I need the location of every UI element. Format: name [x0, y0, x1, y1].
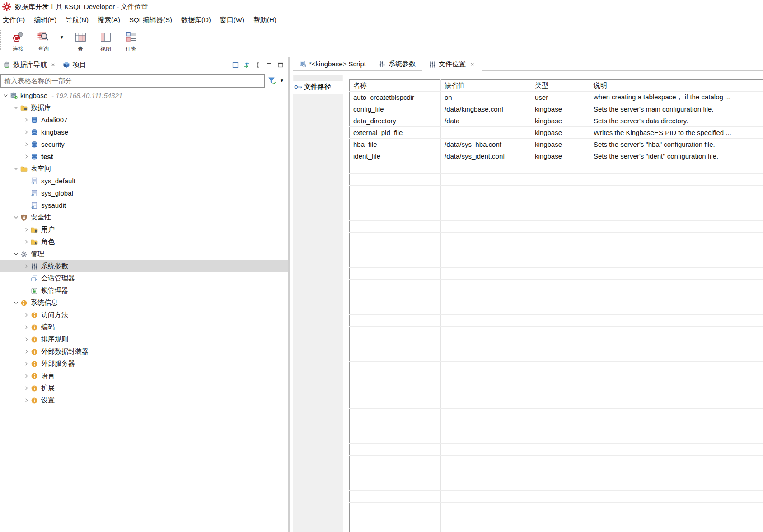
tree-item-外部服务器[interactable]: 外部服务器	[0, 358, 288, 370]
chevron-down-icon[interactable]	[2, 92, 9, 99]
menu-item-4[interactable]: 搜索(A)	[93, 14, 125, 26]
collapse-all-icon[interactable]	[232, 61, 239, 69]
menu-item-7[interactable]: 窗口(W)	[215, 14, 249, 26]
table-empty-row	[350, 503, 763, 514]
tree-item-安全性[interactable]: 安全性	[0, 211, 288, 224]
chevron-right-icon[interactable]	[23, 141, 30, 148]
table-empty-cell	[590, 409, 763, 420]
chevron-right-icon[interactable]	[23, 226, 30, 233]
table-empty-cell	[350, 303, 441, 315]
menu-item-6[interactable]: 数据库(D)	[177, 14, 215, 26]
menu-item-5[interactable]: SQL编辑器(S)	[125, 14, 177, 26]
tree-item-用户[interactable]: 用户	[0, 224, 288, 236]
table-cell	[441, 127, 531, 139]
menu-item-3[interactable]: 导航(N)	[61, 14, 93, 26]
table-row-config_file[interactable]: config_file/data/kingbase.confkingbaseSe…	[350, 103, 763, 115]
tree-item-security[interactable]: security	[0, 138, 288, 150]
tree-item-会话管理器[interactable]: 会话管理器	[0, 272, 288, 285]
column-header-类型[interactable]: 类型	[531, 80, 590, 92]
tab-file-locations[interactable]: 文件位置	[422, 58, 482, 71]
table-row-hba_file[interactable]: hba_file/data/sys_hba.confkingbaseSets t…	[350, 139, 763, 150]
chevron-down-icon[interactable]	[12, 214, 19, 221]
maximize-icon[interactable]	[277, 61, 284, 69]
chevron-right-icon[interactable]	[23, 238, 30, 246]
chevron-down-icon[interactable]	[12, 299, 19, 307]
tree-item-语言[interactable]: 语言	[0, 370, 288, 382]
tree-item-角色[interactable]: 角色	[0, 236, 288, 248]
tree-item-设置[interactable]: 设置	[0, 394, 288, 406]
chevron-right-icon[interactable]	[23, 324, 30, 331]
filter-dropdown-icon[interactable]: ▼	[280, 78, 287, 83]
toolbar-drag-handle[interactable]	[0, 30, 3, 50]
tree-item-label: 锁管理器	[41, 286, 68, 295]
tree-item-数据库[interactable]: 数据库	[0, 102, 288, 114]
menu-bar: 文件(F)编辑(E)导航(N)搜索(A)SQL编辑器(S)数据库(D)窗口(W)…	[0, 14, 763, 26]
tree-item-访问方法[interactable]: 访问方法	[0, 309, 288, 321]
toolbar-button-connect[interactable]: 连接	[5, 30, 31, 53]
table-empty-cell	[441, 280, 531, 291]
tab-script[interactable]: *<kingbase> Script	[293, 57, 372, 70]
column-header-名称[interactable]: 名称	[350, 80, 441, 92]
chevron-down-icon[interactable]	[12, 251, 19, 258]
chevron-right-icon[interactable]	[23, 385, 30, 392]
chevron-right-icon[interactable]	[23, 129, 30, 136]
chevron-right-icon[interactable]	[23, 153, 30, 160]
column-header-说明[interactable]: 说明	[590, 80, 763, 92]
tree-item-管理[interactable]: 管理	[0, 248, 288, 260]
search-input[interactable]	[0, 74, 265, 88]
tab-database-navigator[interactable]: 数据库导航	[0, 57, 60, 72]
lock-icon	[31, 287, 39, 294]
chevron-right-icon[interactable]	[23, 348, 30, 355]
chevron-right-icon[interactable]	[23, 263, 30, 270]
tree-item-sys_default[interactable]: sys_default	[0, 175, 288, 187]
chevron-right-icon[interactable]	[23, 360, 30, 368]
column-header-缺省值[interactable]: 缺省值	[441, 80, 531, 92]
table-row-data_directory[interactable]: data_directory/datakingbaseSets the serv…	[350, 115, 763, 127]
chevron-down-icon[interactable]	[12, 165, 19, 173]
tree-item-系统参数[interactable]: 系统参数	[0, 260, 288, 272]
chevron-right-icon[interactable]	[23, 336, 30, 343]
chevron-right-icon[interactable]	[23, 397, 30, 404]
menu-item-1[interactable]: 文件(F)	[0, 14, 29, 26]
tree-item-test[interactable]: test	[0, 150, 288, 163]
chevron-right-icon[interactable]	[23, 117, 30, 124]
view-menu-icon[interactable]	[254, 61, 262, 69]
toolbar-button-query[interactable]: 查询	[31, 30, 56, 53]
tree-item-扩展[interactable]: 扩展	[0, 382, 288, 394]
chevron-down-icon[interactable]	[12, 104, 19, 112]
close-icon[interactable]	[50, 62, 56, 68]
tree-item-外部数据封装器[interactable]: 外部数据封装器	[0, 345, 288, 358]
close-icon[interactable]	[469, 61, 475, 67]
table-empty-cell	[441, 385, 531, 397]
toolbar-button-table[interactable]: 表	[68, 30, 93, 53]
tree-item-sys_global[interactable]: sys_global	[0, 187, 288, 199]
link-with-editor-icon[interactable]	[243, 61, 250, 69]
menu-item-2[interactable]: 编辑(E)	[29, 14, 61, 26]
minimize-icon[interactable]	[266, 61, 273, 69]
toolbar-button-task[interactable]: 任务	[118, 30, 144, 53]
tree-item-sysaudit[interactable]: sysaudit	[0, 199, 288, 211]
tree-item-kingbase[interactable]: kingbase	[0, 126, 288, 138]
toolbar-dropdown-icon[interactable]: ▼	[56, 30, 68, 44]
tree-item-排序规则[interactable]: 排序规则	[0, 333, 288, 345]
tree-item-锁管理器[interactable]: 锁管理器	[0, 285, 288, 297]
toolbar-button-view[interactable]: 视图	[93, 30, 118, 53]
table-row-external_pid_file[interactable]: external_pid_filekingbaseWrites the King…	[350, 127, 763, 139]
chevron-right-icon[interactable]	[23, 312, 30, 319]
filter-icon[interactable]	[267, 76, 277, 85]
tree-item-表空间[interactable]: 表空间	[0, 163, 288, 175]
table-cell: kingbase	[531, 150, 590, 162]
table-empty-cell	[350, 291, 441, 303]
table-row-auto_createtblspcdir[interactable]: auto_createtblspcdironuserwhen creating …	[350, 92, 763, 103]
tree-item-系统信息[interactable]: 系统信息	[0, 297, 288, 309]
tab-system-params[interactable]: 系统参数	[372, 57, 422, 70]
table-row-ident_file[interactable]: ident_file/data/sys_ident.confkingbaseSe…	[350, 150, 763, 162]
tree-item-编码[interactable]: 编码	[0, 321, 288, 333]
file-path-item[interactable]: 文件路径	[293, 81, 343, 94]
tree-item-Adali007[interactable]: Adali007	[0, 114, 288, 126]
table-empty-row	[350, 268, 763, 280]
tree-item-kingbase[interactable]: kingbase- 192.168.40.111:54321	[0, 89, 288, 102]
chevron-right-icon[interactable]	[23, 373, 30, 380]
tab-projects[interactable]: 项目	[60, 57, 90, 72]
menu-item-8[interactable]: 帮助(H)	[249, 14, 281, 26]
